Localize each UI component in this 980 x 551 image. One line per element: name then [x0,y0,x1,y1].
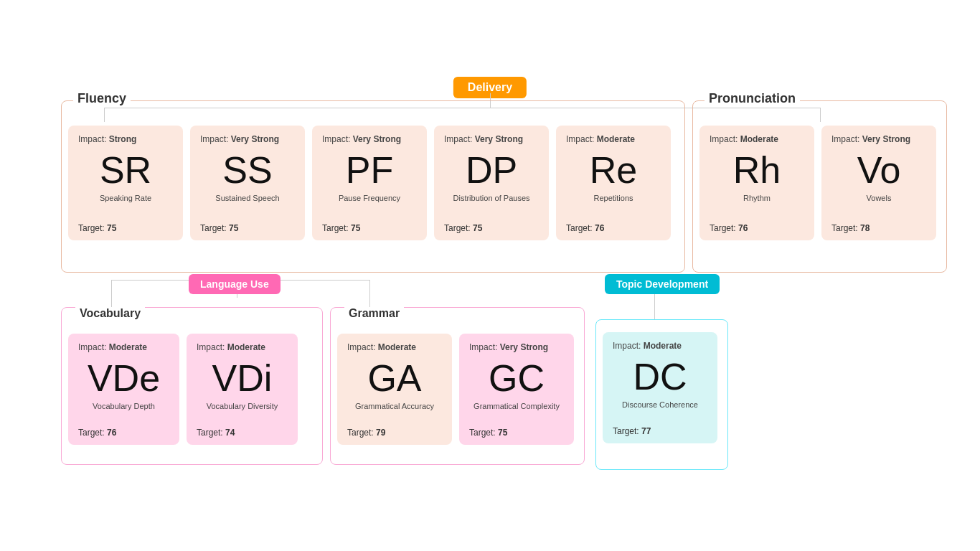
dp-name: Distribution of Pauses [444,194,539,202]
card-pf: Impact: Very Strong PF Pause Frequency T… [312,126,427,240]
rh-name: Rhythm [710,194,804,202]
card-ss: Impact: Very Strong SS Sustained Speech … [190,126,305,240]
card-re: Impact: Moderate Re Repetitions Target: … [556,126,671,240]
root: Delivery Fluency Pronunciation Impact: S… [0,0,980,551]
re-name: Repetitions [566,194,661,202]
vdi-abbr: VDi [197,358,288,399]
vocabulary-cards: Impact: Moderate VDe Vocabulary Depth Ta… [68,334,298,445]
vdi-name: Vocabulary Diversity [197,402,288,410]
dp-abbr: DP [444,150,539,191]
grammar-label: Grammar [344,307,404,320]
ga-name: Grammatical Accuracy [347,402,442,410]
vocabulary-label: Vocabulary [75,307,145,320]
card-dc: Impact: Moderate DC Discourse Coherence … [603,332,717,443]
gc-name: Grammatical Complexity [469,402,564,410]
card-vde: Impact: Moderate VDe Vocabulary Depth Ta… [68,334,179,445]
topic-dev-button[interactable]: Topic Development [605,274,720,294]
card-ga: Impact: Moderate GA Grammatical Accuracy… [337,334,452,445]
fluency-cards: Impact: Strong SR Speaking Rate Target: … [68,126,671,240]
gc-target: Target: 75 [469,428,564,438]
vdi-impact: Impact: Moderate [197,342,288,352]
dc-impact: Impact: Moderate [613,341,707,351]
re-target: Target: 76 [566,223,661,233]
ga-impact: Impact: Moderate [347,342,442,352]
rh-abbr: Rh [710,150,804,191]
rh-impact: Impact: Moderate [710,134,804,144]
pronunciation-cards: Impact: Moderate Rh Rhythm Target: 76 Im… [699,126,936,240]
ss-name: Sustained Speech [200,194,295,202]
language-use-button[interactable]: Language Use [189,274,281,294]
dc-target: Target: 77 [613,426,707,436]
card-rh: Impact: Moderate Rh Rhythm Target: 76 [699,126,814,240]
ss-target: Target: 75 [200,223,295,233]
vo-abbr: Vo [831,150,926,191]
vo-impact: Impact: Very Strong [831,134,926,144]
ga-abbr: GA [347,358,442,399]
topic-cards: Impact: Moderate DC Discourse Coherence … [603,332,717,443]
vdi-target: Target: 74 [197,428,288,438]
gc-impact: Impact: Very Strong [469,342,564,352]
ga-target: Target: 79 [347,428,442,438]
ss-impact: Impact: Very Strong [200,134,295,144]
card-vo: Impact: Very Strong Vo Vowels Target: 78 [821,126,936,240]
dp-target: Target: 75 [444,223,539,233]
pf-target: Target: 75 [322,223,417,233]
pf-abbr: PF [322,150,417,191]
gc-abbr: GC [469,358,564,399]
sr-name: Speaking Rate [78,194,173,202]
dc-name: Discourse Coherence [613,400,707,409]
dp-impact: Impact: Very Strong [444,134,539,144]
re-impact: Impact: Moderate [566,134,661,144]
vde-impact: Impact: Moderate [78,342,169,352]
rh-target: Target: 76 [710,223,804,233]
vde-name: Vocabulary Depth [78,402,169,410]
fluency-label: Fluency [73,91,131,106]
grammar-cards: Impact: Moderate GA Grammatical Accuracy… [337,334,574,445]
sr-impact: Impact: Strong [78,134,173,144]
card-gc: Impact: Very Strong GC Grammatical Compl… [459,334,574,445]
sr-abbr: SR [78,150,173,191]
card-sr: Impact: Strong SR Speaking Rate Target: … [68,126,183,240]
pronunciation-label: Pronunciation [705,91,800,106]
pf-impact: Impact: Very Strong [322,134,417,144]
vde-abbr: VDe [78,358,169,399]
re-abbr: Re [566,150,661,191]
sr-target: Target: 75 [78,223,173,233]
vo-target: Target: 78 [831,223,926,233]
ss-abbr: SS [200,150,295,191]
vde-target: Target: 76 [78,428,169,438]
card-dp: Impact: Very Strong DP Distribution of P… [434,126,549,240]
vo-name: Vowels [831,194,926,202]
pf-name: Pause Frequency [322,194,417,202]
card-vdi: Impact: Moderate VDi Vocabulary Diversit… [187,334,298,445]
dc-abbr: DC [613,357,707,397]
